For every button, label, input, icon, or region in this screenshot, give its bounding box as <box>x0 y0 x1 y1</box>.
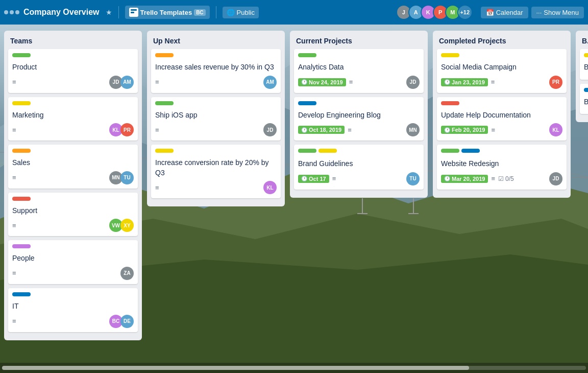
column-current-projects: Current ProjectsAnalytics Data🕐 Nov 24, … <box>290 31 428 198</box>
board-area: TeamsProduct≡JDAMMarketing≡KLPRSales≡MNT… <box>0 25 588 363</box>
card-people[interactable]: People≡ZA <box>8 240 138 284</box>
card-meta: 🕐 Jan 23, 2019≡ <box>441 78 495 86</box>
card-product[interactable]: Product≡JDAM <box>8 49 138 93</box>
card-brand-guidelines[interactable]: Brand Guidelines🕐 Oct 17≡TU <box>294 145 424 190</box>
column-header-backlog: B... <box>580 35 588 49</box>
card-title: Ship iOS app <box>155 110 277 121</box>
card-meta: ≡ <box>12 317 16 325</box>
card-footer: ≡BCDE <box>12 315 134 328</box>
card-avatar[interactable]: JD <box>406 76 420 89</box>
header-dots <box>4 10 19 14</box>
card-label <box>12 197 31 201</box>
card-avatar[interactable]: KL <box>549 123 562 136</box>
divider-1 <box>118 6 119 18</box>
trello-icon-bar-2 <box>131 12 134 13</box>
card-meta: 🕐 Oct 17≡ <box>298 175 336 183</box>
card-meta: ≡ <box>155 78 159 86</box>
card-title: Increase sales revenue by 30% in Q3 <box>155 62 277 73</box>
show-menu-button[interactable]: ··· Show Menu <box>531 7 584 18</box>
card-analytics[interactable]: Analytics Data🕐 Nov 24, 2019≡JD <box>294 49 424 93</box>
card-footer: 🕐 Oct 18, 2019≡MN <box>298 123 420 136</box>
card-avatars: JD <box>549 172 562 185</box>
card-social-media[interactable]: Social Media Campaign🕐 Jan 23, 2019≡PR <box>437 49 567 93</box>
card-footer: 🕐 Jan 23, 2019≡PR <box>441 76 562 89</box>
card-avatars: BCDE <box>109 315 134 328</box>
card-title: Brand Guidelines <box>298 159 420 169</box>
card-backlog-2[interactable]: B... an... de... <box>580 84 588 114</box>
trello-templates-label: Trello Templates <box>140 9 192 16</box>
dot-1 <box>4 10 8 14</box>
public-label: Public <box>237 9 255 16</box>
clock-icon: 🕐 <box>301 127 307 133</box>
board-title: Company Overview <box>23 8 100 17</box>
card-title: Sales <box>12 158 134 168</box>
card-title: Website Redesign <box>441 159 562 169</box>
card-marketing[interactable]: Marketing≡KLPR <box>8 97 138 141</box>
card-label <box>12 101 31 105</box>
scrollbar-track[interactable] <box>2 366 586 370</box>
header-right-buttons: 📅 Calendar ··· Show Menu <box>481 7 584 18</box>
card-meta: ≡ <box>12 78 16 86</box>
scrollbar-area[interactable] <box>0 363 588 373</box>
card-avatars: PR <box>549 76 562 89</box>
card-avatar[interactable]: KL <box>263 181 277 194</box>
card-avatar[interactable]: AM <box>120 76 134 89</box>
scrollbar-thumb[interactable] <box>2 366 469 370</box>
card-meta: ≡ <box>155 184 159 192</box>
card-title: IT <box>12 301 134 312</box>
card-avatar[interactable]: TU <box>120 171 134 184</box>
card-title: Social Media Campaign <box>441 62 562 73</box>
card-sales-revenue[interactable]: Increase sales revenue by 30% in Q3≡AM <box>151 49 281 93</box>
calendar-label: Calendar <box>496 9 523 16</box>
card-avatar[interactable]: PR <box>120 123 134 136</box>
card-support[interactable]: Support≡VWXY <box>8 193 138 237</box>
calendar-button[interactable]: 📅 Calendar <box>481 7 528 18</box>
card-title: Product <box>12 62 134 73</box>
card-avatars: KL <box>263 181 277 194</box>
card-ios-app[interactable]: Ship iOS app≡JD <box>151 97 281 141</box>
card-avatar[interactable]: AM <box>263 76 277 89</box>
divider-2 <box>216 6 216 18</box>
avatar-count[interactable]: +12 <box>457 5 473 20</box>
card-conversion[interactable]: Increase conversion rate by 20% by Q3≡KL <box>151 145 281 198</box>
calendar-icon: 📅 <box>486 9 494 16</box>
clock-icon: 🕐 <box>444 79 450 85</box>
star-button[interactable]: ★ <box>106 8 112 16</box>
show-menu-label: Show Menu <box>544 9 579 16</box>
card-avatar[interactable]: DE <box>120 315 134 328</box>
card-title: Increase conversion rate by 20% by Q3 <box>155 158 277 178</box>
card-help-docs[interactable]: Update Help Documentation🕐 Feb 20, 2019≡… <box>437 97 567 141</box>
card-label <box>584 53 588 57</box>
trello-icon-bar-1 <box>131 9 137 11</box>
card-avatar[interactable]: MN <box>406 123 420 136</box>
dot-2 <box>10 10 14 14</box>
globe-icon: 🌐 <box>227 9 235 16</box>
card-backlog-1[interactable]: B... C... re... <box>580 49 588 80</box>
trello-templates-button[interactable]: Trello Templates BC <box>125 6 210 19</box>
menu-icon: ··· <box>536 9 542 16</box>
card-avatar[interactable]: PR <box>549 76 562 89</box>
card-desc-icon: ≡ <box>12 269 16 277</box>
card-footer: ≡MNTU <box>12 171 134 184</box>
card-avatars: MNTU <box>109 171 134 184</box>
card-labels <box>441 149 562 156</box>
card-meta: ≡ <box>12 269 16 277</box>
card-avatar[interactable]: JD <box>263 123 277 136</box>
card-footer: ≡VWXY <box>12 219 134 232</box>
card-it[interactable]: IT≡BCDE <box>8 288 138 332</box>
card-website-redesign[interactable]: Website Redesign🕐 Mar 20, 2019≡☑ 0/5JD <box>437 145 567 190</box>
card-sales[interactable]: Sales≡MNTU <box>8 145 138 189</box>
card-avatar[interactable]: TU <box>406 172 420 185</box>
card-avatar[interactable]: ZA <box>120 267 134 280</box>
card-avatar[interactable]: XY <box>120 219 134 232</box>
card-desc-icon: ≡ <box>349 78 353 86</box>
card-footer: 🕐 Mar 20, 2019≡☑ 0/5JD <box>441 172 562 185</box>
card-avatar[interactable]: JD <box>549 172 562 185</box>
card-label <box>155 149 174 153</box>
public-button[interactable]: 🌐 Public <box>223 7 259 18</box>
card-meta: 🕐 Oct 18, 2019≡ <box>298 126 352 134</box>
card-date: 🕐 Nov 24, 2019 <box>298 78 346 86</box>
card-eng-blog[interactable]: Develop Engineering Blog🕐 Oct 18, 2019≡M… <box>294 97 424 141</box>
card-label <box>441 53 459 57</box>
card-avatars: MN <box>406 123 420 136</box>
